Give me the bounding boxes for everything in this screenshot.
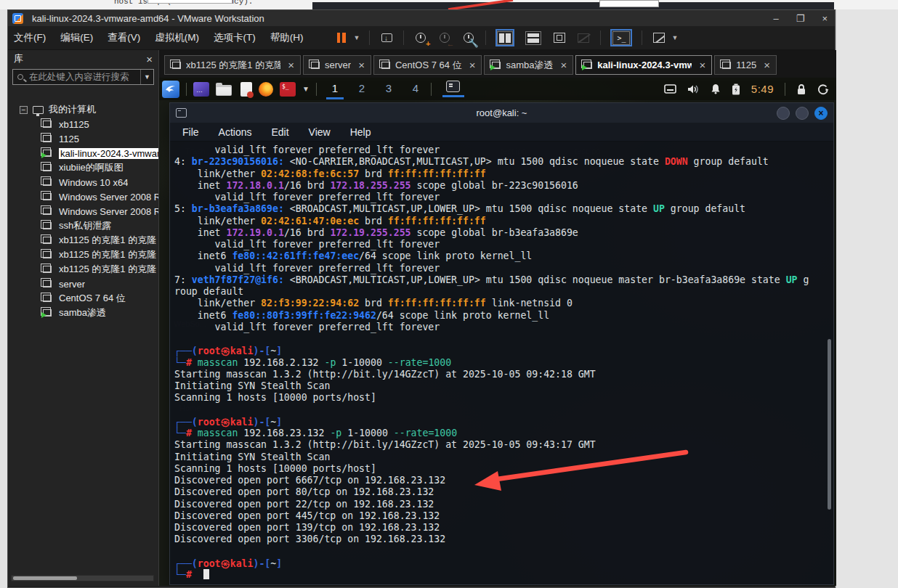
- library-vm-item[interactable]: CentOS 7 64 位: [8, 291, 158, 306]
- workspace-3[interactable]: 3: [380, 82, 397, 96]
- console-view-button[interactable]: [524, 29, 543, 46]
- terminal-scrollbar-thumb[interactable]: [828, 339, 831, 510]
- keyboard-icon[interactable]: [664, 84, 676, 94]
- close-button[interactable]: ×: [822, 13, 828, 24]
- terminal-menu-item[interactable]: Edit: [271, 126, 288, 138]
- tree-root-my-computer[interactable]: − 我的计算机: [8, 102, 158, 117]
- library-vm-item[interactable]: server: [8, 277, 158, 291]
- library-vm-item[interactable]: xb1125: [8, 117, 158, 131]
- taskbar-terminal-button[interactable]: [442, 81, 464, 97]
- tab-close-icon[interactable]: ×: [560, 59, 567, 71]
- terminal-menu-item[interactable]: Help: [350, 126, 371, 138]
- vm-tab[interactable]: samba渗透×: [484, 55, 573, 75]
- menu-item[interactable]: 虚拟机(M): [155, 31, 199, 44]
- terminal-minimize-button[interactable]: [777, 107, 790, 120]
- tab-close-icon[interactable]: ×: [764, 59, 770, 71]
- menu-item[interactable]: 文件(F): [14, 31, 46, 44]
- library-vm-item[interactable]: ssh私钥泄露: [8, 219, 158, 233]
- library-vm-item[interactable]: Windows Server 2008 R: [8, 204, 158, 219]
- vm-screen[interactable]: ▼ 1234 5:49 Trashtest.jpgtest.: [159, 78, 836, 586]
- tab-close-icon[interactable]: ×: [699, 59, 705, 71]
- snapshot-manager-button[interactable]: 🔧: [461, 30, 476, 45]
- library-vm-item[interactable]: samba渗透: [8, 306, 158, 320]
- vm-icon: [43, 164, 52, 171]
- terminal-emulator-icon[interactable]: [193, 82, 209, 97]
- maximize-button[interactable]: ❐: [796, 13, 805, 24]
- library-vm-item[interactable]: Windows 10 x64: [8, 175, 158, 189]
- library-vm-item[interactable]: xb1125 的克隆1 的克隆: [8, 248, 158, 262]
- search-dropdown-icon[interactable]: ▼: [140, 70, 153, 84]
- terminal-line: valid_lft forever preferred_lft forever: [174, 263, 833, 274]
- terminal-maximize-button[interactable]: [796, 107, 809, 120]
- library-vm-item[interactable]: Windows Server 2008 R: [8, 189, 158, 204]
- tab-close-icon[interactable]: ×: [469, 59, 476, 71]
- workspace-2[interactable]: 2: [353, 82, 371, 96]
- vmware-window: kali-linux-2024.3-vmware-amd64 - VMware …: [7, 9, 836, 588]
- menu-item[interactable]: 查看(V): [108, 31, 140, 44]
- volume-icon[interactable]: [687, 84, 700, 94]
- stretch-dropdown-icon[interactable]: ▼: [671, 34, 678, 41]
- battery-icon[interactable]: [732, 83, 740, 95]
- collapse-icon[interactable]: −: [20, 106, 28, 114]
- clock[interactable]: 5:49: [751, 83, 774, 95]
- terminal-line: [174, 333, 833, 345]
- stretch-button[interactable]: [652, 30, 666, 45]
- vm-tab[interactable]: 1125×: [714, 55, 777, 75]
- terminal-menu-item[interactable]: Actions: [219, 126, 252, 138]
- send-ctrl-alt-del-button[interactable]: [379, 30, 394, 45]
- power-icon[interactable]: [817, 83, 829, 95]
- workspace-switcher: 1234: [326, 82, 424, 96]
- menu-item[interactable]: 帮助(H): [270, 31, 304, 44]
- workspace-4[interactable]: 4: [407, 82, 424, 96]
- menu-item[interactable]: 编辑(E): [60, 31, 93, 44]
- menu-item[interactable]: 选项卡(T): [214, 31, 256, 44]
- lock-icon[interactable]: [796, 83, 806, 95]
- scrollbar-thumb[interactable]: [13, 576, 77, 580]
- vm-tab[interactable]: CentOS 7 64 位×: [373, 55, 482, 75]
- library-vm-item[interactable]: xiubiie的啊版图: [8, 160, 158, 175]
- terminal-close-button[interactable]: ×: [814, 107, 828, 120]
- take-snapshot-button[interactable]: +: [413, 30, 428, 45]
- vm-icon: [722, 62, 731, 69]
- terminal-menu-item[interactable]: View: [309, 126, 331, 138]
- terminal-line: inet6 fe80::42:61ff:fe47:eec/64 scope li…: [174, 250, 833, 262]
- text-editor-icon[interactable]: [240, 82, 252, 97]
- kali-panel: ▼ 1234 5:49: [159, 78, 836, 100]
- firefox-icon[interactable]: [259, 82, 273, 97]
- library-vm-item[interactable]: xb1125 的克隆1 的克隆: [8, 262, 158, 277]
- terminal-menu-item[interactable]: File: [182, 126, 199, 138]
- library-vm-item[interactable]: kali-linux-2024.3-vmware-amd64: [8, 146, 158, 160]
- vm-tab[interactable]: xb1125 的克隆1 的克隆 的...×: [164, 55, 301, 75]
- kali-menu-button[interactable]: [162, 81, 179, 98]
- terminal-title-bar[interactable]: root@kali: ~ ×: [170, 103, 833, 123]
- library-search-input[interactable]: 在此处键入内容进行搜索 ▼: [12, 69, 154, 85]
- library-vm-item[interactable]: xb1125 的克隆1 的克隆: [8, 233, 158, 248]
- chevron-down-icon[interactable]: ▼: [302, 85, 310, 93]
- file-manager-icon[interactable]: [216, 85, 232, 96]
- vm-tab[interactable]: server×: [303, 55, 371, 75]
- tab-close-icon[interactable]: ×: [358, 59, 365, 71]
- terminal-line: 7: veth7f87f27@if6: <BROADCAST,MULTICAST…: [174, 274, 833, 286]
- workspace-1[interactable]: 1: [326, 82, 344, 96]
- pause-dropdown-icon[interactable]: ▼: [354, 34, 360, 41]
- vm-icon: [43, 280, 52, 287]
- notifications-bell-icon[interactable]: [711, 83, 721, 94]
- virtual-console-button[interactable]: >_: [610, 29, 632, 46]
- library-close-icon[interactable]: ×: [146, 53, 153, 65]
- library-horizontal-scrollbar[interactable]: [11, 575, 154, 581]
- panel-separator: [186, 83, 187, 96]
- fullscreen-button[interactable]: [552, 30, 567, 45]
- minimize-button[interactable]: –: [774, 13, 779, 24]
- computer-icon: [33, 106, 44, 114]
- revert-snapshot-button[interactable]: ←: [437, 30, 452, 45]
- library-toggle-button[interactable]: [495, 29, 514, 46]
- vm-tab[interactable]: kali-linux-2024.3-vmware...×: [575, 55, 712, 75]
- title-bar[interactable]: kali-linux-2024.3-vmware-amd64 - VMware …: [8, 10, 835, 26]
- library-vm-item[interactable]: 1125: [8, 131, 158, 146]
- terminal-line: └─# masscan 192.168.23.132 -p 1-10000 --…: [174, 428, 833, 439]
- pause-button[interactable]: [334, 30, 349, 45]
- terminal-window[interactable]: root@kali: ~ × FileActionsEditViewHelp v…: [169, 102, 834, 585]
- root-terminal-icon[interactable]: [280, 82, 296, 97]
- tab-close-icon[interactable]: ×: [288, 59, 294, 71]
- terminal-output[interactable]: valid_lft forever preferred_lft forever4…: [170, 142, 833, 581]
